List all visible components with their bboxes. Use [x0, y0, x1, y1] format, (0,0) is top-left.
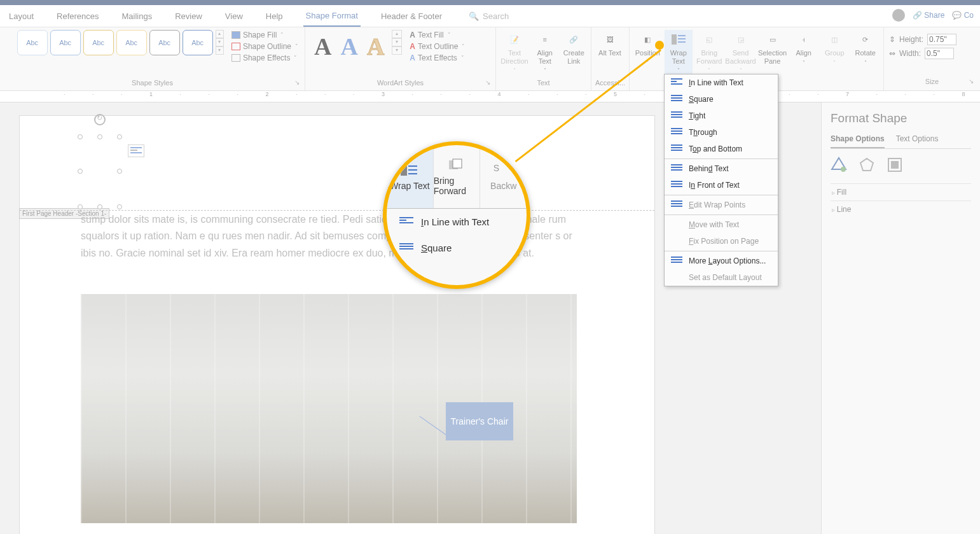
comments-button[interactable]: 💬 Co [952, 11, 974, 20]
wrap-text-menu: IIn Line with Textn Line with Text Squar… [664, 74, 778, 286]
menu-edit-wrap-points: Edit Wrap Points [665, 197, 778, 213]
tab-review[interactable]: Review [172, 6, 205, 26]
ribbon: Abc Abc Abc Abc Abc Abc ▴▾▾ Shape Fill˅ … [0, 27, 980, 91]
wrap-text-button[interactable]: Wrap Text˅ [665, 30, 693, 76]
shape-fill-button[interactable]: Shape Fill˅ [229, 30, 301, 40]
menu-in-front-of-text[interactable]: In Front of Text [665, 177, 778, 193]
wordart-style[interactable]: A [340, 32, 357, 60]
zoom-bring-forward-button: Bring Forward [434, 145, 481, 208]
ribbon-tabs: Layout References Mailings Review View H… [0, 5, 980, 27]
search-box[interactable]: 🔍 Search [469, 11, 509, 21]
horizontal-ruler[interactable]: · · · 1 · · · 2 · · · 3 · · · 4 · · · 5 … [0, 91, 980, 102]
align-text-button[interactable]: ≡Align Text˅ [532, 30, 558, 76]
zoom-menu-inline: In Line with Text [387, 209, 527, 235]
resize-handle[interactable] [78, 204, 83, 209]
tab-header-footer[interactable]: Header & Footer [378, 6, 445, 26]
menu-square[interactable]: Square [665, 91, 778, 108]
pane-tab-shape-options[interactable]: Shape Options [831, 134, 885, 148]
resize-handle[interactable] [78, 134, 83, 139]
text-direction-button: 📝Text Direction˅ [500, 30, 529, 76]
selected-shape[interactable] [80, 125, 123, 202]
header-divider [20, 210, 654, 211]
format-shape-pane: Format Shape Shape Options Text Options … [821, 102, 980, 534]
fill-line-icon[interactable] [831, 157, 847, 173]
share-button[interactable]: 🔗 Share [913, 11, 944, 20]
group-label: WordArt Styles [377, 79, 424, 87]
shape-style-swatch[interactable]: Abc [183, 30, 213, 55]
selection-pane-button[interactable]: ▭Selection Pane [758, 30, 787, 67]
text-fill-button[interactable]: AText Fill˅ [407, 30, 467, 40]
shape-style-swatch[interactable]: Abc [116, 30, 147, 55]
group-label: Size [925, 78, 939, 85]
resize-handle[interactable] [117, 134, 122, 139]
menu-more-layout-options[interactable]: More Layout Options... [665, 253, 778, 269]
resize-handle[interactable] [117, 169, 122, 174]
menu-top-bottom[interactable]: Top and Bottom [665, 141, 778, 157]
page: First Page Header -Section 1- sump dolor… [19, 115, 655, 534]
fill-section[interactable]: Fill [831, 183, 971, 200]
line-section[interactable]: Line [831, 200, 971, 218]
layout-properties-icon[interactable] [887, 157, 903, 173]
zoom-menu-square: Square [387, 235, 527, 261]
rotate-button[interactable]: ⟳Rotate˅ [852, 30, 880, 68]
group-button: ◫Group˅ [820, 30, 849, 68]
svg-marker-6 [860, 158, 873, 171]
tab-help[interactable]: Help [263, 6, 286, 26]
annotation-marker [655, 41, 664, 50]
dialog-launcher-icon[interactable]: ↘ [969, 78, 974, 85]
resize-handle[interactable] [97, 134, 102, 139]
shape-style-gallery[interactable]: Abc Abc Abc Abc Abc Abc [17, 30, 213, 55]
width-icon: ⇔ [889, 49, 895, 58]
svg-rect-0 [672, 34, 677, 45]
shape-style-swatch[interactable]: Abc [50, 30, 81, 55]
resize-handle[interactable] [78, 169, 83, 174]
create-link-button[interactable]: 🔗Create Link [561, 30, 588, 67]
search-icon: 🔍 [469, 11, 479, 21]
menu-move-with-text: Move with Text [665, 216, 778, 233]
menu-behind-text[interactable]: Behind Text [665, 160, 778, 177]
layout-options-icon[interactable] [128, 144, 144, 157]
callout-shape[interactable]: Trainer's Chair [446, 402, 513, 440]
alt-text-button[interactable]: 🖼Alt Text [595, 30, 625, 60]
resize-handle[interactable] [97, 204, 102, 209]
align-button[interactable]: ⫞Align˅ [790, 30, 818, 68]
text-effects-button[interactable]: AText Effects˅ [407, 53, 467, 63]
menu-through[interactable]: Through [665, 124, 778, 141]
tab-references[interactable]: References [54, 6, 101, 26]
bring-forward-button: ◱Bring Forward˅ [695, 30, 724, 76]
menu-inline-with-text[interactable]: IIn Line with Textn Line with Text [665, 74, 778, 91]
user-avatar[interactable] [892, 9, 905, 22]
tab-layout[interactable]: Layout [6, 6, 36, 26]
shape-effects-button[interactable]: Shape Effects˅ [229, 53, 301, 63]
menu-tight[interactable]: Tight [665, 108, 778, 124]
text-outline-button[interactable]: AText Outline˅ [407, 41, 467, 52]
document-image: Trainer's Chair [81, 294, 577, 523]
wordart-gallery[interactable]: A A A [309, 30, 389, 63]
shape-style-swatch[interactable]: Abc [17, 30, 48, 55]
svg-rect-14 [453, 159, 462, 168]
search-label: Search [483, 11, 509, 21]
tab-shape-format[interactable]: Shape Format [303, 6, 361, 27]
rotation-handle[interactable] [94, 114, 106, 125]
shape-style-swatch[interactable]: Abc [149, 30, 180, 55]
height-field[interactable]: ⇕Height: [889, 34, 975, 45]
shape-style-swatch[interactable]: Abc [83, 30, 114, 55]
gallery-nav[interactable]: ▴▾▾ [392, 30, 402, 55]
tab-view[interactable]: View [223, 6, 245, 26]
shape-outline-button[interactable]: Shape Outline˅ [229, 41, 301, 52]
gallery-nav[interactable]: ▴▾▾ [216, 30, 224, 55]
height-icon: ⇕ [889, 35, 895, 44]
wordart-style[interactable]: A [367, 32, 384, 60]
dialog-launcher-icon[interactable]: ↘ [485, 79, 490, 86]
svg-rect-8 [891, 161, 899, 169]
annotation-zoom-callout: Wrap Text Bring Forward SBackw In Line w… [383, 141, 530, 289]
effects-icon[interactable] [859, 157, 875, 173]
tab-mailings[interactable]: Mailings [120, 6, 155, 26]
pane-title: Format Shape [831, 111, 971, 125]
dialog-launcher-icon[interactable]: ↘ [294, 79, 300, 86]
wordart-style[interactable]: A [314, 32, 331, 60]
resize-handle[interactable] [117, 204, 122, 209]
width-field[interactable]: ⇔Width: [889, 48, 975, 59]
pane-tab-text-options[interactable]: Text Options [896, 134, 939, 148]
group-label: Text [537, 79, 549, 87]
